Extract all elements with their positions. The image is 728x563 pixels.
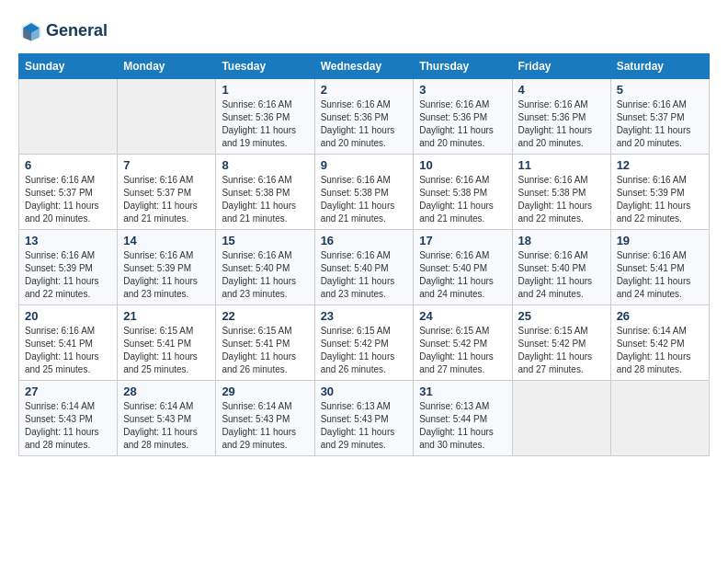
day-number: 18	[518, 234, 605, 247]
day-number: 23	[321, 309, 408, 323]
day-info: Sunrise: 6:16 AM Sunset: 5:41 PM Dayligh…	[617, 249, 703, 301]
calendar-cell: 10Sunrise: 6:16 AM Sunset: 5:38 PM Dayli…	[414, 155, 512, 230]
calendar-cell: 16Sunrise: 6:16 AM Sunset: 5:40 PM Dayli…	[314, 230, 414, 305]
day-number: 19	[617, 234, 703, 247]
day-info: Sunrise: 6:14 AM Sunset: 5:43 PM Dayligh…	[25, 400, 111, 452]
calendar-cell: 9Sunrise: 6:16 AM Sunset: 5:38 PM Daylig…	[314, 155, 414, 230]
calendar-cell: 30Sunrise: 6:13 AM Sunset: 5:43 PM Dayli…	[314, 381, 414, 456]
day-info: Sunrise: 6:16 AM Sunset: 5:38 PM Dayligh…	[222, 174, 308, 225]
day-info: Sunrise: 6:16 AM Sunset: 5:39 PM Dayligh…	[617, 174, 703, 225]
day-number: 20	[25, 309, 111, 323]
calendar-header-saturday: Saturday	[610, 54, 709, 79]
day-info: Sunrise: 6:16 AM Sunset: 5:37 PM Dayligh…	[617, 98, 703, 150]
calendar-cell: 4Sunrise: 6:16 AM Sunset: 5:36 PM Daylig…	[512, 79, 610, 155]
calendar-cell: 3Sunrise: 6:16 AM Sunset: 5:36 PM Daylig…	[414, 79, 512, 155]
calendar-cell: 31Sunrise: 6:13 AM Sunset: 5:44 PM Dayli…	[414, 381, 512, 456]
day-info: Sunrise: 6:13 AM Sunset: 5:43 PM Dayligh…	[321, 400, 408, 452]
day-number: 29	[222, 385, 308, 398]
calendar-header-friday: Friday	[512, 54, 610, 79]
calendar-header-wednesday: Wednesday	[314, 54, 414, 79]
day-info: Sunrise: 6:14 AM Sunset: 5:42 PM Dayligh…	[617, 325, 703, 376]
page-header: General	[18, 18, 710, 44]
day-number: 14	[123, 234, 210, 247]
calendar-cell: 15Sunrise: 6:16 AM Sunset: 5:40 PM Dayli…	[216, 230, 314, 305]
calendar-cell: 7Sunrise: 6:16 AM Sunset: 5:37 PM Daylig…	[118, 155, 216, 230]
calendar-cell: 20Sunrise: 6:16 AM Sunset: 5:41 PM Dayli…	[19, 305, 118, 381]
day-number: 30	[321, 385, 408, 398]
calendar-cell: 23Sunrise: 6:15 AM Sunset: 5:42 PM Dayli…	[314, 305, 414, 381]
calendar-cell: 1Sunrise: 6:16 AM Sunset: 5:36 PM Daylig…	[216, 79, 314, 155]
day-info: Sunrise: 6:16 AM Sunset: 5:36 PM Dayligh…	[419, 98, 506, 150]
calendar-header-sunday: Sunday	[19, 54, 118, 79]
day-number: 16	[321, 234, 408, 247]
day-number: 15	[222, 234, 308, 247]
day-info: Sunrise: 6:16 AM Sunset: 5:36 PM Dayligh…	[222, 98, 308, 150]
day-number: 9	[321, 158, 408, 172]
day-info: Sunrise: 6:16 AM Sunset: 5:38 PM Dayligh…	[321, 174, 408, 225]
calendar-week-row: 20Sunrise: 6:16 AM Sunset: 5:41 PM Dayli…	[19, 305, 710, 381]
calendar-cell: 6Sunrise: 6:16 AM Sunset: 5:37 PM Daylig…	[19, 155, 118, 230]
day-info: Sunrise: 6:16 AM Sunset: 5:36 PM Dayligh…	[518, 98, 605, 150]
calendar-cell: 11Sunrise: 6:16 AM Sunset: 5:38 PM Dayli…	[512, 155, 610, 230]
day-info: Sunrise: 6:15 AM Sunset: 5:42 PM Dayligh…	[518, 325, 605, 376]
day-number: 8	[222, 158, 308, 172]
day-number: 26	[617, 309, 703, 323]
calendar-cell: 22Sunrise: 6:15 AM Sunset: 5:41 PM Dayli…	[216, 305, 314, 381]
calendar-header-row: SundayMondayTuesdayWednesdayThursdayFrid…	[19, 54, 710, 79]
day-info: Sunrise: 6:16 AM Sunset: 5:40 PM Dayligh…	[518, 249, 605, 301]
calendar-cell: 5Sunrise: 6:16 AM Sunset: 5:37 PM Daylig…	[610, 79, 709, 155]
day-number: 13	[25, 234, 111, 247]
calendar-cell: 25Sunrise: 6:15 AM Sunset: 5:42 PM Dayli…	[512, 305, 610, 381]
day-info: Sunrise: 6:16 AM Sunset: 5:40 PM Dayligh…	[321, 249, 408, 301]
day-info: Sunrise: 6:16 AM Sunset: 5:40 PM Dayligh…	[222, 249, 308, 301]
calendar-cell: 26Sunrise: 6:14 AM Sunset: 5:42 PM Dayli…	[610, 305, 709, 381]
day-info: Sunrise: 6:16 AM Sunset: 5:40 PM Dayligh…	[419, 249, 506, 301]
calendar-cell	[118, 79, 216, 155]
calendar-cell: 12Sunrise: 6:16 AM Sunset: 5:39 PM Dayli…	[610, 155, 709, 230]
day-number: 10	[419, 158, 506, 172]
day-number: 31	[419, 385, 506, 398]
calendar-week-row: 13Sunrise: 6:16 AM Sunset: 5:39 PM Dayli…	[19, 230, 710, 305]
day-number: 24	[419, 309, 506, 323]
day-info: Sunrise: 6:16 AM Sunset: 5:36 PM Dayligh…	[321, 98, 408, 150]
calendar-cell: 21Sunrise: 6:15 AM Sunset: 5:41 PM Dayli…	[118, 305, 216, 381]
calendar-header-thursday: Thursday	[414, 54, 512, 79]
calendar-table: SundayMondayTuesdayWednesdayThursdayFrid…	[18, 53, 710, 456]
calendar-week-row: 6Sunrise: 6:16 AM Sunset: 5:37 PM Daylig…	[19, 155, 710, 230]
day-info: Sunrise: 6:16 AM Sunset: 5:37 PM Dayligh…	[25, 174, 111, 225]
day-number: 22	[222, 309, 308, 323]
day-info: Sunrise: 6:15 AM Sunset: 5:41 PM Dayligh…	[222, 325, 308, 376]
calendar-cell	[512, 381, 610, 456]
calendar-header-tuesday: Tuesday	[216, 54, 314, 79]
day-info: Sunrise: 6:15 AM Sunset: 5:41 PM Dayligh…	[123, 325, 210, 376]
day-info: Sunrise: 6:16 AM Sunset: 5:37 PM Dayligh…	[123, 174, 210, 225]
day-info: Sunrise: 6:16 AM Sunset: 5:38 PM Dayligh…	[419, 174, 506, 225]
day-number: 12	[617, 158, 703, 172]
day-number: 27	[25, 385, 111, 398]
day-number: 11	[518, 158, 605, 172]
day-number: 7	[123, 158, 210, 172]
day-number: 28	[123, 385, 210, 398]
day-info: Sunrise: 6:14 AM Sunset: 5:43 PM Dayligh…	[123, 400, 210, 452]
day-number: 1	[222, 83, 308, 97]
calendar-cell: 8Sunrise: 6:16 AM Sunset: 5:38 PM Daylig…	[216, 155, 314, 230]
calendar-cell: 13Sunrise: 6:16 AM Sunset: 5:39 PM Dayli…	[19, 230, 118, 305]
day-number: 4	[518, 83, 605, 97]
day-info: Sunrise: 6:16 AM Sunset: 5:41 PM Dayligh…	[25, 325, 111, 376]
calendar-cell	[610, 381, 709, 456]
day-info: Sunrise: 6:15 AM Sunset: 5:42 PM Dayligh…	[321, 325, 408, 376]
calendar-cell: 14Sunrise: 6:16 AM Sunset: 5:39 PM Dayli…	[118, 230, 216, 305]
day-number: 6	[25, 158, 111, 172]
calendar-header-monday: Monday	[118, 54, 216, 79]
day-info: Sunrise: 6:16 AM Sunset: 5:39 PM Dayligh…	[123, 249, 210, 301]
day-number: 17	[419, 234, 506, 247]
calendar-cell: 29Sunrise: 6:14 AM Sunset: 5:43 PM Dayli…	[216, 381, 314, 456]
day-number: 3	[419, 83, 506, 97]
calendar-week-row: 1Sunrise: 6:16 AM Sunset: 5:36 PM Daylig…	[19, 79, 710, 155]
logo-text: General	[46, 22, 108, 40]
calendar-cell: 18Sunrise: 6:16 AM Sunset: 5:40 PM Dayli…	[512, 230, 610, 305]
calendar-cell: 2Sunrise: 6:16 AM Sunset: 5:36 PM Daylig…	[314, 79, 414, 155]
logo: General	[18, 18, 108, 44]
calendar-cell: 24Sunrise: 6:15 AM Sunset: 5:42 PM Dayli…	[414, 305, 512, 381]
calendar-cell: 27Sunrise: 6:14 AM Sunset: 5:43 PM Dayli…	[19, 381, 118, 456]
